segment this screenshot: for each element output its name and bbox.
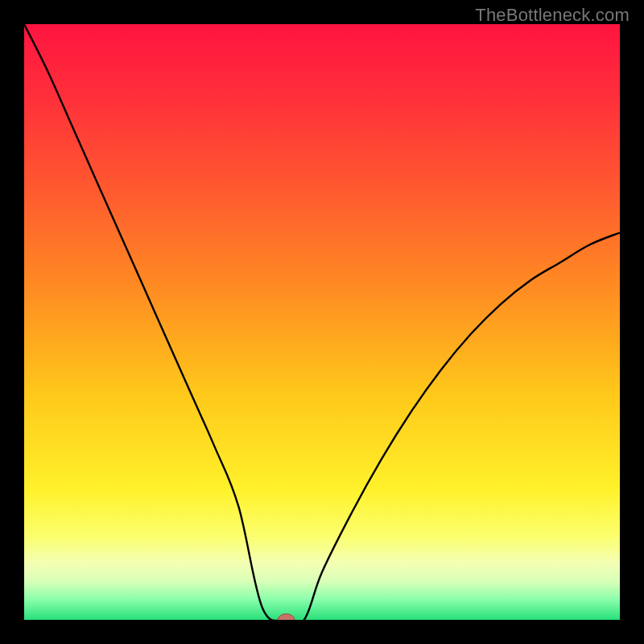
chart-frame: TheBottleneck.com (0, 0, 644, 644)
bottleneck-chart (24, 24, 620, 620)
watermark-text: TheBottleneck.com (475, 5, 630, 26)
gradient-background (24, 24, 620, 620)
plot-area (24, 24, 620, 620)
